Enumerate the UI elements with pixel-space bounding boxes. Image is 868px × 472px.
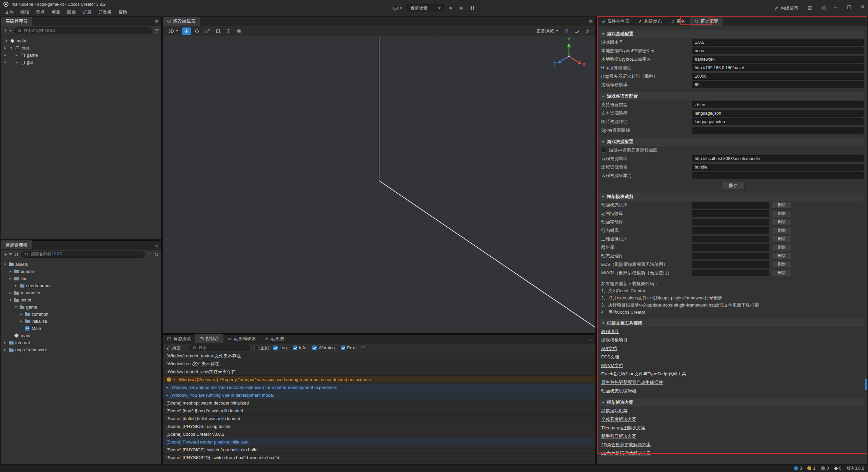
hierarchy-node-row[interactable]: ▸ game xyxy=(1,52,161,59)
expand-arrow[interactable]: ▸ xyxy=(15,60,19,64)
layout-button[interactable] xyxy=(469,4,476,12)
console-message-row[interactable]: ▸ [Scene] Cocos Creator v3.8.2 xyxy=(163,430,595,438)
module-path-input[interactable] xyxy=(692,253,769,259)
step-button[interactable] xyxy=(458,4,466,12)
field-input[interactable]: 10000 xyxy=(692,73,864,80)
sort-assets-icon[interactable] xyxy=(14,252,19,257)
warning-count[interactable]: 1 xyxy=(807,466,815,471)
log-filter-checkbox[interactable]: Info xyxy=(293,345,307,350)
panel-menu-icon[interactable] xyxy=(154,243,159,248)
console-message-row[interactable]: ▸ [Scene] Forward render pipeline initia… xyxy=(163,438,595,446)
asset-row[interactable]: ▸ common xyxy=(1,311,161,318)
console-message-row[interactable]: ▸ [Scene] [bullet]:bullet wasm lib loade… xyxy=(163,415,595,422)
expand-arrow[interactable]: ▾ xyxy=(9,46,13,50)
scene-light-toggle[interactable] xyxy=(562,27,571,35)
tab-build-publish[interactable]: 构建发布 xyxy=(634,17,666,26)
coordinate-mode-tool[interactable] xyxy=(235,27,243,35)
tab-asset-preview[interactable]: 资源预览 xyxy=(163,334,195,343)
expand-arrow[interactable]: ▸ xyxy=(3,348,7,352)
view-mode-select[interactable]: 正常浏览 xyxy=(534,28,560,34)
scene-viewport[interactable]: Y X Z xyxy=(163,37,595,333)
menu-item[interactable]: 帮助 xyxy=(115,8,131,16)
delete-module-button[interactable]: 删除 xyxy=(772,202,791,209)
scene-select[interactable]: 当前场景 xyxy=(407,4,444,12)
solution-link[interactable]: Tiledmap地图解决方案 xyxy=(601,424,646,432)
console-message-row[interactable]: ▸ [Scene] [PHYSICS2D]: switch from box2d… xyxy=(163,454,595,461)
console-message-row[interactable]: ▸ [Window] [Vue warn]: Property "onInput… xyxy=(163,376,595,383)
tab-inspector[interactable]: 属性检查器 xyxy=(597,17,634,26)
lock-icon[interactable] xyxy=(3,60,7,64)
field-input[interactable]: http://localhost:8083/assets/bundle xyxy=(692,155,864,162)
projection-mode-button[interactable]: 3D xyxy=(166,28,180,34)
console-message-row[interactable]: ▸ [Window] You are running Vue in develo… xyxy=(163,391,595,399)
expand-arrow[interactable]: ▾ xyxy=(4,39,8,43)
console-message-row[interactable]: ▸ [Window] Download the Vue Devtools ext… xyxy=(163,383,595,391)
asset-row[interactable]: ▸ oops-framework xyxy=(1,346,161,353)
tab-service[interactable]: 服务 xyxy=(666,17,690,26)
expand-arrow[interactable]: ▸ xyxy=(3,340,7,345)
field-input[interactable]: framework xyxy=(692,56,864,63)
solution-link[interactable]: 3D角色扮演游戏解决方案 xyxy=(601,449,651,457)
panel-menu-icon[interactable] xyxy=(154,19,159,24)
asset-row[interactable]: ▸ libs xyxy=(1,275,161,282)
minimize-button[interactable]: – xyxy=(833,4,838,9)
clear-console-button[interactable]: 清空 xyxy=(166,345,181,351)
console-message-row[interactable]: ▸ [Window] ecs文件夹不存在 xyxy=(163,360,595,368)
asset-row[interactable]: main xyxy=(1,332,161,339)
expand-arrow[interactable]: ▸ xyxy=(19,312,23,316)
asset-row[interactable]: ▾ script xyxy=(1,296,161,303)
solution-link[interactable]: 全栈开发解决方案 xyxy=(601,415,636,424)
screenshot-icon[interactable] xyxy=(806,4,814,12)
menu-item[interactable]: 文件 xyxy=(1,8,17,16)
info-count[interactable]: 3 xyxy=(794,466,802,471)
build-publish-button[interactable]: 构建发布 xyxy=(773,4,800,12)
hierarchy-node-row[interactable]: ▸ gui xyxy=(1,59,161,66)
expand-arrow[interactable]: ▸ xyxy=(15,53,19,57)
assets-filter-icon[interactable] xyxy=(147,252,152,257)
expand-arrow[interactable]: ▾ xyxy=(3,262,7,267)
move-tool[interactable] xyxy=(182,27,191,35)
delete-module-button[interactable]: 删除 xyxy=(772,253,791,259)
module-path-input[interactable] xyxy=(692,210,769,217)
expand-arrow[interactable]: ▸ xyxy=(174,377,176,382)
doc-link[interactable]: 动画状态机编辑器 xyxy=(601,387,636,395)
expand-arrow[interactable]: ▾ xyxy=(8,298,13,302)
delete-module-button[interactable]: 删除 xyxy=(772,236,791,242)
expand-arrow[interactable]: ▸ xyxy=(166,385,169,390)
device-select[interactable] xyxy=(392,4,404,12)
tab-assets[interactable]: 资源管理器 xyxy=(1,240,32,249)
field-input[interactable]: bundle xyxy=(692,164,864,171)
regex-toggle[interactable]: 正则 xyxy=(254,345,269,351)
console-message-row[interactable]: ▸ [Scene] [PHYSICS]: switch from builtin… xyxy=(163,446,595,454)
menu-item[interactable]: 扩展 xyxy=(79,8,95,16)
scene-settings-icon[interactable] xyxy=(583,27,592,35)
asset-row[interactable]: ▾ assets xyxy=(1,261,161,268)
play-button[interactable] xyxy=(447,4,455,12)
expand-arrow[interactable]: ▾ xyxy=(14,305,18,309)
expand-arrow[interactable]: ▸ xyxy=(166,393,169,397)
section-module-trim[interactable]: 框架模块裁剪 xyxy=(599,193,864,201)
hierarchy-node-row[interactable]: ▾ root xyxy=(1,44,161,52)
expand-arrow[interactable]: ▸ xyxy=(19,319,23,323)
module-path-input[interactable] xyxy=(692,261,769,268)
create-node-button[interactable] xyxy=(3,28,12,33)
scene-camera-icon[interactable] xyxy=(573,27,581,35)
module-path-input[interactable] xyxy=(692,227,769,234)
asset-row[interactable]: Main xyxy=(1,325,161,332)
delete-module-button[interactable]: 删除 xyxy=(772,244,791,251)
module-path-input[interactable] xyxy=(692,270,769,276)
log-filter-checkbox[interactable]: Error xyxy=(341,345,357,350)
panel-menu-icon[interactable] xyxy=(588,19,593,24)
console-search-input[interactable]: 搜索 xyxy=(189,345,250,351)
menu-item[interactable]: 项目 xyxy=(48,8,64,16)
scrollbar-thumb[interactable] xyxy=(865,379,867,390)
delete-module-button[interactable]: 删除 xyxy=(772,270,791,276)
field-input[interactable] xyxy=(692,172,864,179)
doc-link[interactable]: Excel格式转Json文件与TypeScript代码工具 xyxy=(601,370,686,378)
module-path-input[interactable] xyxy=(692,202,769,209)
section-solutions[interactable]: 框架解决方案 xyxy=(599,398,864,407)
remote-load-checkbox[interactable] xyxy=(601,148,606,153)
lock-icon[interactable] xyxy=(3,53,7,57)
field-input[interactable]: 1.0.5 xyxy=(692,39,864,46)
module-path-input[interactable] xyxy=(692,236,769,242)
